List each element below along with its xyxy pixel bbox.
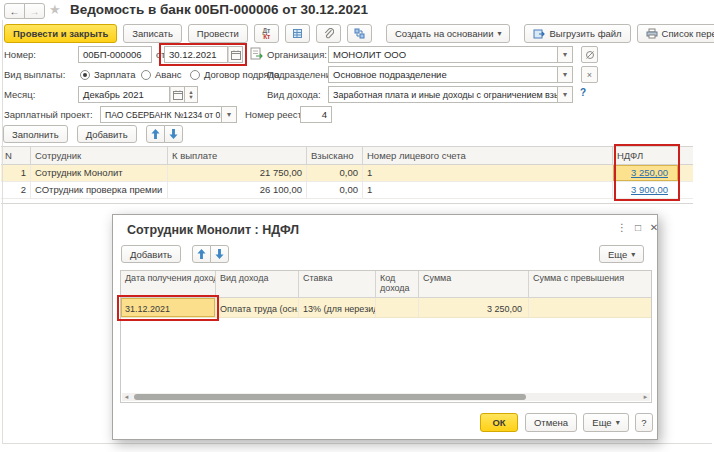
chevron-down-icon: ▾ xyxy=(497,29,501,38)
nav-forward-button[interactable]: → xyxy=(24,3,45,19)
dialog-move-up-button[interactable] xyxy=(192,245,211,263)
header-code[interactable]: Код дохода xyxy=(376,271,419,297)
related-documents-button[interactable] xyxy=(347,24,372,43)
back-icon: ← xyxy=(10,6,20,17)
accounting-entries-button[interactable]: ДтКт xyxy=(254,24,279,43)
organization-dropdown-button[interactable]: ▾ xyxy=(558,46,573,63)
header-collected[interactable]: Взыскано xyxy=(307,147,363,164)
fill-button[interactable]: Заполнить xyxy=(3,125,68,143)
ok-button[interactable]: ОК xyxy=(480,413,518,432)
header-income-date[interactable]: Дата получения дохода xyxy=(121,271,216,297)
document-movements-button[interactable] xyxy=(250,47,263,63)
cancel-button[interactable]: Отмена xyxy=(525,413,577,432)
dialog-add-button[interactable]: Добавить xyxy=(121,245,181,263)
header-income-type[interactable]: Вид дохода xyxy=(216,271,299,297)
favorite-star-icon[interactable]: ★ xyxy=(49,2,61,17)
spin-down-icon: ▼ xyxy=(188,95,193,100)
upload-file-button[interactable]: Выгрузить файл xyxy=(524,24,630,43)
scrollbar-thumb[interactable] xyxy=(134,394,526,400)
scroll-right-icon[interactable]: ► xyxy=(641,394,650,400)
table-row[interactable]: 1 Сотрудник Монолит 21 750,00 0,00 1 3 2… xyxy=(1,165,693,182)
month-calendar-button[interactable] xyxy=(170,86,185,103)
post-button[interactable]: Провести xyxy=(188,24,248,43)
header-employee[interactable]: Сотрудник xyxy=(31,147,168,164)
write-label: Записать xyxy=(132,28,173,39)
income-type-help-icon[interactable]: ? xyxy=(580,87,586,98)
scroll-left-icon[interactable]: ◄ xyxy=(122,394,131,400)
radio-salary[interactable]: Зарплата xyxy=(80,66,136,83)
move-down-button[interactable] xyxy=(164,125,183,143)
employees-table-header: N Сотрудник К выплате Взыскано Номер лиц… xyxy=(1,146,693,165)
write-button[interactable]: Записать xyxy=(123,24,182,43)
help-button[interactable]: ? xyxy=(635,413,653,432)
move-up-button[interactable] xyxy=(146,125,165,143)
dialog-more-button-bottom[interactable]: Еще ▾ xyxy=(583,413,629,432)
salary-project-dropdown-button[interactable]: ▾ xyxy=(222,106,237,123)
header-rate[interactable]: Ставка xyxy=(299,271,376,297)
close-icon[interactable]: ✕ xyxy=(647,222,661,233)
attachments-button[interactable] xyxy=(316,24,341,43)
table-row[interactable]: 2 СОтрудник проверка премии 26 100,00 0,… xyxy=(1,182,693,199)
cell-collected[interactable]: 0,00 xyxy=(307,165,363,181)
income-type-input[interactable]: Заработная плата и иные доходы с огранич… xyxy=(328,86,558,103)
create-based-on-button[interactable]: Создать на основании ▾ xyxy=(386,24,511,43)
cell-employee[interactable]: Сотрудник Монолит xyxy=(31,165,168,181)
department-dropdown-button[interactable]: ▾ xyxy=(558,66,573,83)
registry-number-input[interactable]: 4 xyxy=(300,106,332,123)
main-toolbar: Провести и закрыть Записать Провести ДтК… xyxy=(4,24,714,43)
cell-n[interactable]: 2 xyxy=(1,182,31,198)
ndfl-dialog: Сотрудник Монолит : НДФЛ ⋮ □ ✕ Добавить xyxy=(112,214,658,440)
maximize-icon[interactable]: □ xyxy=(631,222,645,233)
radio-advance[interactable]: Аванс xyxy=(141,66,182,83)
cell-to-pay[interactable]: 26 100,00 xyxy=(168,182,307,198)
clear-icon: × xyxy=(587,70,592,80)
number-input[interactable]: 00БП-000006 xyxy=(78,46,152,63)
annotation-ndfl-column-box xyxy=(614,144,680,201)
paperclip-icon xyxy=(323,28,334,39)
cell-to-pay[interactable]: 21 750,00 xyxy=(168,165,307,181)
cell-n[interactable]: 1 xyxy=(1,165,31,181)
month-input[interactable]: Декабрь 2021 xyxy=(78,86,170,103)
header-amount[interactable]: Сумма xyxy=(419,271,529,297)
header-n[interactable]: N xyxy=(1,147,31,164)
register-report-button[interactable] xyxy=(285,24,310,43)
open-link-icon xyxy=(585,50,595,60)
ndfl-table: Дата получения дохода Вид дохода Ставка … xyxy=(120,270,652,403)
ndfl-table-header: Дата получения дохода Вид дохода Ставка … xyxy=(121,271,651,298)
dialog-toolbar: Добавить xyxy=(121,245,229,263)
upload-file-label: Выгрузить файл xyxy=(549,28,621,39)
salary-project-label: Зарплатный проект: xyxy=(4,106,93,123)
cell-excess[interactable] xyxy=(529,298,651,317)
horizontal-scrollbar[interactable]: ◄ ► xyxy=(122,393,650,401)
header-to-pay[interactable]: К выплате xyxy=(168,147,307,164)
dialog-more-button-top[interactable]: Еще ▾ xyxy=(599,245,644,263)
dialog-add-label: Добавить xyxy=(130,249,172,260)
radio-contract[interactable]: Договор подряда xyxy=(190,66,279,83)
header-account[interactable]: Номер лицевого счета xyxy=(363,147,613,164)
cell-collected[interactable]: 0,00 xyxy=(307,182,363,198)
header-excess[interactable]: Сумма с превышения xyxy=(529,271,651,297)
cell-code[interactable] xyxy=(376,298,419,317)
transfer-list-button[interactable]: Список перечислений xyxy=(637,24,714,43)
cell-income-type[interactable]: Оплата труда (осн... xyxy=(216,298,299,317)
nav-back-button[interactable]: ← xyxy=(4,3,25,19)
fill-label: Заполнить xyxy=(12,129,59,140)
cell-employee[interactable]: СОтрудник проверка премии xyxy=(31,182,168,198)
cell-account[interactable]: 1 xyxy=(363,182,613,198)
department-input[interactable]: Основное подразделение xyxy=(328,66,558,83)
post-and-close-button[interactable]: Провести и закрыть xyxy=(4,24,117,43)
department-clear-button[interactable]: × xyxy=(581,66,598,83)
salary-project-input[interactable]: ПАО СБЕРБАНК №1234 от 01.01.2021 г. xyxy=(100,106,222,123)
income-type-dropdown-button[interactable]: ▾ xyxy=(558,86,573,103)
dialog-move-down-button[interactable] xyxy=(210,245,229,263)
post-label: Провести xyxy=(197,28,239,39)
month-spinner[interactable]: ▲ ▼ xyxy=(185,86,198,103)
add-row-button[interactable]: Добавить xyxy=(77,125,137,143)
organization-open-button[interactable] xyxy=(581,46,598,63)
organization-input[interactable]: МОНОЛИТ ООО xyxy=(328,46,558,63)
cell-amount[interactable]: 3 250,00 xyxy=(419,298,529,317)
cell-rate[interactable]: 13% (для нерезид... xyxy=(299,298,376,317)
more-menu-icon[interactable]: ⋮ xyxy=(615,222,629,233)
page-title: Ведомость в банк 00БП-000006 от 30.12.20… xyxy=(70,2,368,17)
cell-account[interactable]: 1 xyxy=(363,165,613,181)
